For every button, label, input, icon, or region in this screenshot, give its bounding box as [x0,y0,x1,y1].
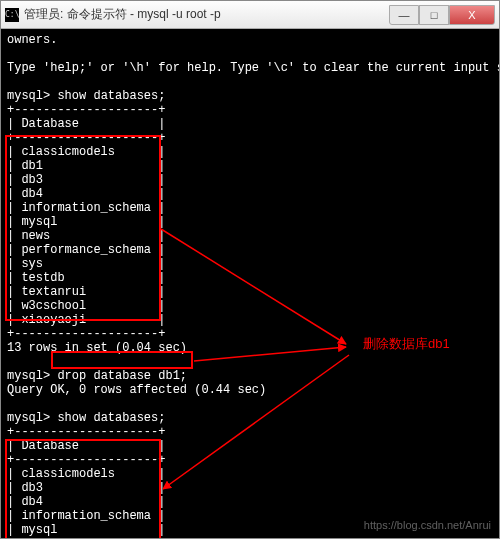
titlebar[interactable]: C:\ 管理员: 命令提示符 - mysql -u root -p — □ X [1,1,499,29]
minimize-button[interactable]: — [389,5,419,25]
table-header-2: | Database | [7,439,493,453]
db-row: | db3 | [7,481,493,495]
db-row: | classicmodels | [7,145,493,159]
db-row: | db4 | [7,187,493,201]
db-row: | w3cschool | [7,299,493,313]
prompt-line-3: mysql> show databases; [7,411,493,425]
db-row: | db3 | [7,173,493,187]
window-controls: — □ X [389,5,495,25]
db-row: | sys | [7,257,493,271]
maximize-button[interactable]: □ [419,5,449,25]
db-row: | textanrui | [7,285,493,299]
window-title: 管理员: 命令提示符 - mysql -u root -p [24,6,389,23]
line-owners: owners. [7,33,493,47]
annotation-label: 删除数据库db1 [363,337,450,351]
prompt-line-2: mysql> drop database db1; [7,369,493,383]
db-row: | classicmodels | [7,467,493,481]
table-sep-2: +--------------------+ [7,453,493,467]
database-list-1: | classicmodels || db1 || db3 || db4 || … [7,145,493,327]
result-2: Query OK, 0 rows affected (0.44 sec) [7,383,493,397]
table-sep: +--------------------+ [7,131,493,145]
watermark: https://blog.csdn.net/Anrui [364,518,491,532]
db-row: | news | [7,229,493,243]
table-header-1: | Database | [7,117,493,131]
db-row: | xiaoyaoji | [7,313,493,327]
db-row: | db4 | [7,495,493,509]
command-prompt-window: C:\ 管理员: 命令提示符 - mysql -u root -p — □ X … [0,0,500,539]
table-top-2: +--------------------+ [7,425,493,439]
db-row: | information_schema | [7,201,493,215]
close-button[interactable]: X [449,5,495,25]
db-row: | news | [7,537,493,538]
line-help: Type 'help;' or '\h' for help. Type '\c'… [7,61,493,75]
db-row: | mysql | [7,215,493,229]
table-top: +--------------------+ [7,103,493,117]
cmd-icon: C:\ [5,8,19,22]
db-row: | performance_schema | [7,243,493,257]
terminal-output[interactable]: owners. Type 'help;' or '\h' for help. T… [1,29,499,538]
db-row: | db1 | [7,159,493,173]
prompt-line-1: mysql> show databases; [7,89,493,103]
db-row: | testdb | [7,271,493,285]
